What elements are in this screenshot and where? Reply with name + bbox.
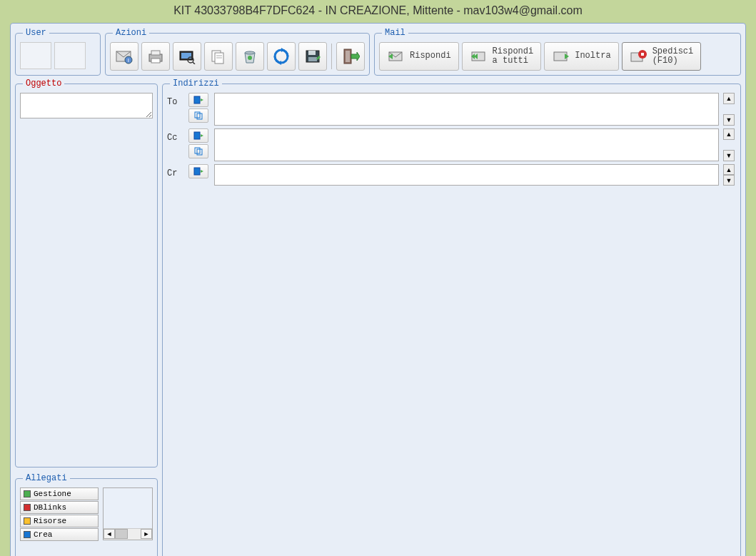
svg-rect-31 — [631, 53, 642, 61]
svg-marker-23 — [351, 52, 360, 61]
to-label: To — [167, 93, 184, 107]
reply-icon — [387, 49, 405, 64]
svg-rect-42 — [194, 168, 200, 175]
svg-point-32 — [638, 50, 647, 59]
svg-rect-5 — [151, 59, 160, 63]
allegati-dblinks-button[interactable]: DBlinks — [20, 501, 99, 514]
svg-point-15 — [248, 56, 252, 60]
separator — [331, 44, 332, 69]
oggetto-group: Oggetto — [15, 79, 158, 467]
send-button[interactable]: Spedisci(F10) — [622, 42, 702, 71]
svg-marker-16 — [281, 48, 285, 52]
svg-rect-33 — [641, 53, 644, 56]
svg-rect-40 — [195, 148, 200, 153]
main-panel: User Azioni i Mail — [10, 23, 746, 556]
save-disk-button[interactable] — [298, 42, 327, 71]
reply-all-button[interactable]: Rispondia tutti — [462, 42, 542, 71]
svg-rect-19 — [308, 51, 316, 55]
indirizzi-group: Indirizzi To ▲▼ Cc ▲▼ Cr — [162, 79, 741, 556]
svg-text:i: i — [128, 57, 129, 64]
svg-rect-22 — [346, 51, 350, 62]
send-icon — [630, 49, 648, 64]
svg-marker-30 — [565, 54, 569, 59]
allegati-crea-button[interactable]: Crea — [20, 528, 99, 541]
subject-input[interactable] — [20, 93, 153, 118]
svg-rect-41 — [197, 149, 202, 155]
svg-marker-27 — [471, 54, 475, 59]
documents-button[interactable] — [204, 42, 233, 71]
trash-button[interactable] — [236, 42, 264, 71]
svg-rect-36 — [195, 112, 200, 118]
azioni-legend: Azioni — [113, 28, 149, 38]
scroll-thumb[interactable] — [115, 529, 128, 539]
to-scroll-up[interactable]: ▲ — [723, 93, 735, 104]
cc-scroll-down[interactable]: ▼ — [723, 150, 735, 161]
allegati-risorse-button[interactable]: Risorse — [20, 515, 99, 527]
window-title: KIT 43033798B4F7DFC624 - IN CREAZIONE, M… — [0, 0, 756, 20]
exit-button[interactable] — [336, 42, 365, 71]
user-slot-1[interactable] — [20, 42, 51, 69]
indirizzi-legend: Indirizzi — [170, 79, 222, 89]
svg-rect-21 — [344, 49, 351, 64]
scroll-track[interactable] — [128, 529, 141, 540]
cr-field[interactable] — [214, 164, 719, 186]
scroll-left-button[interactable]: ◄ — [104, 529, 115, 539]
reply-all-icon — [470, 49, 488, 64]
reply-all-label: Rispondia tutti — [493, 47, 534, 66]
svg-rect-11 — [215, 53, 223, 64]
cc-addressbook-button[interactable] — [188, 128, 208, 143]
allegati-gestione-button[interactable]: Gestione — [20, 487, 99, 500]
allegati-legend: Allegati — [23, 473, 70, 483]
cr-scroll-down[interactable]: ▼ — [723, 175, 735, 186]
svg-point-1 — [125, 56, 132, 64]
user-slot-2[interactable] — [54, 42, 86, 69]
mail-legend: Mail — [382, 28, 408, 38]
reply-label: Rispondi — [410, 51, 451, 61]
cr-addressbook-button[interactable] — [188, 164, 208, 178]
refresh-button[interactable] — [267, 42, 296, 71]
svg-marker-25 — [388, 54, 393, 59]
square-yellow-icon — [24, 517, 31, 525]
svg-rect-20 — [308, 57, 317, 61]
send-label: Spedisci(F10) — [652, 47, 694, 66]
cc-scroll-up[interactable]: ▲ — [723, 128, 735, 140]
allegati-group: Allegati Gestione DBlinks Risorse Crea ◄ — [15, 473, 158, 556]
svg-rect-24 — [389, 52, 402, 61]
square-blue-icon — [24, 531, 31, 538]
mail-info-button[interactable]: i — [110, 42, 138, 71]
to-copy-button[interactable] — [188, 108, 208, 123]
square-red-icon — [24, 504, 31, 511]
to-scroll-down[interactable]: ▼ — [723, 114, 735, 126]
screen-search-button[interactable] — [173, 42, 201, 71]
svg-rect-10 — [212, 51, 221, 61]
svg-point-8 — [188, 57, 193, 63]
attachments-area[interactable]: ◄ ► — [103, 487, 153, 540]
cc-field[interactable] — [214, 128, 719, 161]
svg-rect-3 — [149, 54, 162, 61]
user-group: User — [15, 28, 101, 76]
cr-scroll-up[interactable]: ▲ — [723, 164, 735, 175]
svg-rect-38 — [194, 132, 200, 139]
to-field[interactable] — [214, 93, 719, 126]
cc-copy-button[interactable] — [188, 144, 208, 158]
svg-point-14 — [245, 51, 255, 54]
svg-rect-26 — [472, 52, 485, 61]
svg-marker-35 — [201, 98, 203, 101]
azioni-group: Azioni i — [105, 28, 370, 76]
forward-button[interactable]: Inoltra — [544, 42, 618, 71]
svg-rect-34 — [194, 96, 200, 103]
reply-button[interactable]: Rispondi — [379, 42, 459, 71]
user-legend: User — [23, 28, 49, 38]
to-addressbook-button[interactable] — [188, 93, 208, 107]
forward-icon — [552, 49, 570, 64]
svg-marker-43 — [201, 170, 203, 173]
svg-rect-7 — [181, 53, 191, 59]
svg-rect-4 — [151, 51, 160, 55]
svg-marker-28 — [474, 54, 478, 59]
svg-line-9 — [193, 62, 195, 64]
mail-group: Mail Rispondi Rispondia tutti Inoltra Sp… — [374, 28, 741, 76]
printer-button[interactable] — [141, 42, 170, 71]
svg-marker-39 — [201, 134, 203, 137]
svg-marker-17 — [278, 61, 281, 65]
scroll-right-button[interactable]: ► — [141, 529, 152, 539]
